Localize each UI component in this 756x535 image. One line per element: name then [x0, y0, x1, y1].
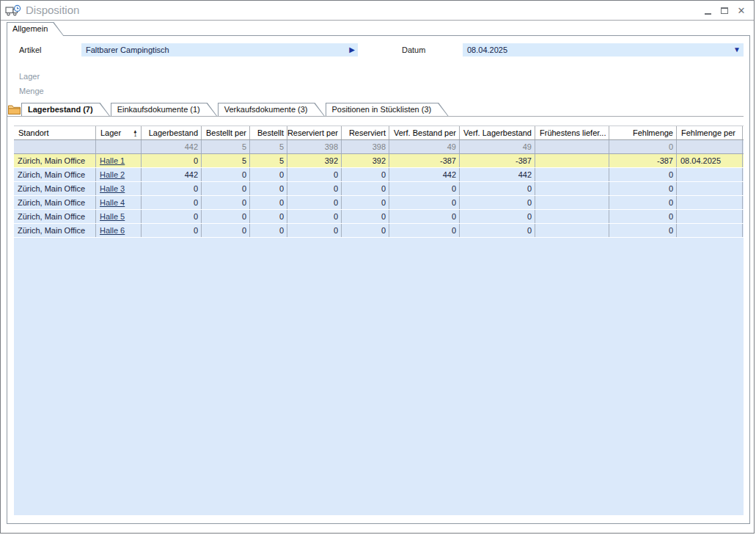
- table-cell: -387: [460, 154, 535, 167]
- table-header-row: StandortLager▲1LagerbestandBestellt perB…: [14, 125, 744, 140]
- column-header-reserviert[interactable]: Reserviert: [342, 126, 389, 139]
- table-cell: [535, 168, 609, 181]
- column-header-bestellt-per[interactable]: Bestellt per: [202, 126, 250, 139]
- column-header-fehlmenge-per[interactable]: Fehlmenge per: [677, 126, 743, 139]
- disposition-window: Disposition ✕ Allgemein Artikel Faltbare…: [0, 0, 755, 534]
- table-row[interactable]: Zürich, Main OfficeHalle 1055392392-387-…: [14, 154, 744, 168]
- table-cell: 0: [287, 210, 342, 223]
- summary-cell: 442: [142, 140, 202, 153]
- table-cell: 0: [287, 168, 342, 181]
- summary-cell: 398: [342, 140, 389, 153]
- summary-cell: 49: [389, 140, 460, 153]
- table-cell: 0: [460, 196, 535, 209]
- column-header-verf-bestand-per[interactable]: Verf. Bestand per: [389, 126, 460, 139]
- column-header-fruhestens-liefer[interactable]: Frühestens liefer...: [535, 126, 609, 139]
- column-header-fehlmenge[interactable]: Fehlmenge: [609, 126, 677, 139]
- table-cell: 392: [287, 154, 342, 167]
- lager-label: Lager: [19, 72, 40, 81]
- close-button[interactable]: ✕: [736, 6, 746, 16]
- table-row[interactable]: Zürich, Main OfficeHalle 400000000: [14, 196, 744, 210]
- column-header-standort[interactable]: Standort: [14, 126, 96, 139]
- table-cell: 5: [202, 154, 250, 167]
- lager-link[interactable]: Halle 3: [100, 184, 125, 193]
- table-cell: [535, 224, 609, 237]
- table-row[interactable]: Zürich, Main OfficeHalle 600000000: [14, 224, 744, 238]
- summary-cell: 398: [287, 140, 342, 153]
- disposition-truck-clock-icon: [5, 4, 21, 17]
- detail-tab-einkaufsdokumente[interactable]: Einkaufsdokumente (1): [111, 103, 218, 117]
- table-cell: [677, 224, 743, 237]
- column-header-reserviert-per[interactable]: Reserviert per: [287, 126, 342, 139]
- table-row[interactable]: Zürich, Main OfficeHalle 500000000: [14, 210, 744, 224]
- lager-link[interactable]: Halle 6: [100, 226, 125, 235]
- lager-link[interactable]: Halle 2: [100, 170, 125, 179]
- summary-cell: 0: [609, 140, 677, 153]
- table-cell: 0: [250, 224, 287, 237]
- table-cell: 0: [202, 210, 250, 223]
- summary-cell: [677, 140, 743, 153]
- table-cell: Zürich, Main Office: [14, 168, 96, 181]
- window-controls: ✕: [702, 1, 746, 21]
- datum-field[interactable]: 08.04.2025 ▼: [463, 43, 744, 57]
- lager-link[interactable]: Halle 4: [100, 198, 125, 207]
- table-cell: [677, 210, 743, 223]
- summary-cell: 49: [460, 140, 535, 153]
- table-cell: 0: [342, 196, 389, 209]
- datum-value: 08.04.2025: [467, 46, 507, 54]
- lager-cell: Halle 4: [96, 196, 142, 209]
- table-row[interactable]: Zürich, Main OfficeHalle 244200004424420: [14, 168, 744, 182]
- lager-cell: Halle 1: [96, 154, 142, 167]
- table-cell: 0: [389, 210, 460, 223]
- lager-cell: Halle 2: [96, 168, 142, 181]
- window-title: Disposition: [26, 4, 79, 16]
- artikel-label: Artikel: [19, 46, 42, 54]
- artikel-field[interactable]: Faltbarer Campingtisch ▶: [81, 43, 358, 57]
- summary-cell: 5: [250, 140, 287, 153]
- table-cell: [535, 210, 609, 223]
- column-header-lager[interactable]: Lager▲1: [96, 126, 142, 139]
- maximize-button[interactable]: [719, 6, 730, 16]
- table-cell: 0: [460, 182, 535, 195]
- table-cell: 0: [342, 210, 389, 223]
- lager-link[interactable]: Halle 1: [100, 156, 125, 165]
- detail-tab-positionen-in-stuecklisten[interactable]: Positionen in Stücklisten (3): [326, 103, 449, 117]
- detail-tab-label: Positionen in Stücklisten (3): [326, 103, 449, 114]
- minimize-button[interactable]: [702, 6, 713, 16]
- lager-link[interactable]: Halle 5: [100, 212, 125, 221]
- table-cell: 0: [202, 168, 250, 181]
- table-cell: [535, 154, 609, 167]
- summary-cell: 5: [202, 140, 250, 153]
- detail-tab-verkaufsdokumente[interactable]: Verkaufsdokumente (3): [218, 103, 326, 117]
- detail-tab-lagerbestand[interactable]: Lagerbestand (7): [21, 103, 111, 117]
- summary-cell: [14, 140, 96, 153]
- tab-allgemein[interactable]: Allgemein: [7, 22, 64, 36]
- column-header-lagerbestand[interactable]: Lagerbestand: [142, 126, 202, 139]
- sort-ascending-icon: ▲1: [133, 130, 137, 137]
- table-cell: 0: [389, 182, 460, 195]
- table-cell: 0: [609, 210, 677, 223]
- table-cell: [677, 182, 743, 195]
- folder-icon: [7, 103, 21, 116]
- lager-cell: Halle 3: [96, 182, 142, 195]
- table-cell: 0: [609, 196, 677, 209]
- table-cell: 0: [142, 154, 202, 167]
- tab-allgemein-label: Allgemein: [7, 22, 64, 33]
- detail-tab-label: Lagerbestand (7): [21, 103, 111, 114]
- table-cell: 0: [142, 224, 202, 237]
- table-cell: [535, 182, 609, 195]
- column-header-bestellt[interactable]: Bestellt: [250, 126, 287, 139]
- title-bar[interactable]: Disposition ✕: [1, 1, 754, 21]
- column-header-verf-lagerbestand[interactable]: Verf. Lagerbestand: [460, 126, 535, 139]
- table-cell: 0: [342, 182, 389, 195]
- summary-row: 4425539839849490: [14, 140, 744, 154]
- table-cell: 0: [142, 210, 202, 223]
- table-row[interactable]: Zürich, Main OfficeHalle 300000000: [14, 182, 744, 196]
- table-cell: Zürich, Main Office: [14, 196, 96, 209]
- table-cell: 0: [389, 196, 460, 209]
- menge-label: Menge: [19, 87, 44, 95]
- datum-dropdown-arrow-icon[interactable]: ▼: [733, 46, 741, 54]
- artikel-lookup-arrow-icon[interactable]: ▶: [349, 46, 355, 54]
- table-cell: 0: [250, 196, 287, 209]
- inventory-table: StandortLager▲1LagerbestandBestellt perB…: [14, 125, 744, 515]
- table-cell: 0: [202, 224, 250, 237]
